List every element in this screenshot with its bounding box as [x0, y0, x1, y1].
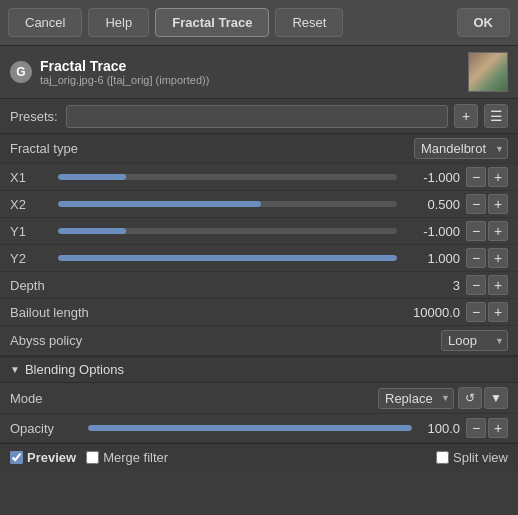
opacity-minus-button[interactable]: −	[466, 418, 486, 438]
param-plus-y2[interactable]: +	[488, 248, 508, 268]
param-row-y1: Y1 -1.000 − +	[0, 218, 518, 245]
preview-checkbox-label[interactable]: Preview	[10, 450, 76, 465]
split-view-text: Split view	[453, 450, 508, 465]
presets-add-button[interactable]: +	[454, 104, 478, 128]
param-fill-x2	[58, 201, 261, 207]
depth-controls: − +	[466, 275, 508, 295]
param-value-y2: 1.000	[405, 251, 460, 266]
abyss-row: Abyss policy Loop Smear Black	[0, 326, 518, 356]
image-thumbnail	[468, 52, 508, 92]
param-rows: X1 -1.000 − + X2 0.500 − + Y1 -	[0, 164, 518, 272]
mode-reset-button[interactable]: ↺	[458, 387, 482, 409]
presets-row: Presets: + ☰	[0, 99, 518, 134]
param-value-x1: -1.000	[405, 170, 460, 185]
opacity-controls: − +	[466, 418, 508, 438]
presets-select[interactable]	[66, 105, 448, 128]
param-slider-x1[interactable]	[58, 174, 397, 180]
param-fill-y2	[58, 255, 397, 261]
param-fill-x1	[58, 174, 126, 180]
mode-select[interactable]: Replace Normal Multiply	[378, 388, 454, 409]
mode-options-button[interactable]: ▼	[484, 387, 508, 409]
abyss-select-wrap: Loop Smear Black	[441, 330, 508, 351]
plugin-icon: G	[10, 61, 32, 83]
fractal-type-select[interactable]: Mandelbrot Julia	[414, 138, 508, 159]
depth-label: Depth	[10, 278, 120, 293]
param-minus-x1[interactable]: −	[466, 167, 486, 187]
preview-label: Preview	[27, 450, 76, 465]
param-label-x1: X1	[10, 170, 50, 185]
abyss-label: Abyss policy	[10, 333, 226, 348]
opacity-plus-button[interactable]: +	[488, 418, 508, 438]
opacity-row: Opacity 100.0 − +	[0, 414, 518, 443]
param-slider-y2[interactable]	[58, 255, 397, 261]
opacity-label: Opacity	[10, 421, 80, 436]
blending-options-title: Blending Options	[25, 362, 124, 377]
help-button[interactable]: Help	[88, 8, 149, 37]
param-controls-y1: − +	[466, 221, 508, 241]
plugin-header: G Fractal Trace taj_orig.jpg-6 ([taj_ori…	[0, 46, 518, 99]
param-value-y1: -1.000	[405, 224, 460, 239]
opacity-slider-fill	[88, 425, 412, 431]
bailout-plus-button[interactable]: +	[488, 302, 508, 322]
mode-row: Mode Replace Normal Multiply ↺ ▼	[0, 383, 518, 414]
merge-filter-label[interactable]: Merge filter	[86, 450, 168, 465]
bailout-value: 10000.0	[120, 305, 460, 320]
toolbar: Cancel Help Fractal Trace Reset OK	[0, 0, 518, 46]
param-row-y2: Y2 1.000 − +	[0, 245, 518, 272]
depth-minus-button[interactable]: −	[466, 275, 486, 295]
menu-icon: ☰	[490, 108, 503, 124]
preview-checkbox[interactable]	[10, 451, 23, 464]
param-slider-x2[interactable]	[58, 201, 397, 207]
param-label-y2: Y2	[10, 251, 50, 266]
param-plus-x2[interactable]: +	[488, 194, 508, 214]
opacity-slider-bar[interactable]	[88, 425, 412, 431]
param-minus-y1[interactable]: −	[466, 221, 486, 241]
fractal-trace-button[interactable]: Fractal Trace	[155, 8, 269, 37]
param-value-x2: 0.500	[405, 197, 460, 212]
fractal-type-select-wrap: Mandelbrot Julia	[414, 138, 508, 159]
ok-button[interactable]: OK	[457, 8, 511, 37]
bailout-row: Bailout length 10000.0 − +	[0, 299, 518, 326]
merge-filter-checkbox[interactable]	[86, 451, 99, 464]
param-minus-x2[interactable]: −	[466, 194, 486, 214]
param-controls-x2: − +	[466, 194, 508, 214]
reset-button[interactable]: Reset	[275, 8, 343, 37]
plugin-title: Fractal Trace	[40, 58, 460, 74]
merge-filter-text: Merge filter	[103, 450, 168, 465]
opacity-value: 100.0	[420, 421, 460, 436]
param-plus-y1[interactable]: +	[488, 221, 508, 241]
mode-label: Mode	[10, 391, 80, 406]
mode-select-wrap: Replace Normal Multiply	[378, 388, 454, 409]
depth-value: 3	[120, 278, 460, 293]
param-label-y1: Y1	[10, 224, 50, 239]
depth-row: Depth 3 − +	[0, 272, 518, 299]
presets-menu-button[interactable]: ☰	[484, 104, 508, 128]
cancel-button[interactable]: Cancel	[8, 8, 82, 37]
bailout-controls: − +	[466, 302, 508, 322]
fractal-type-row: Fractal type Mandelbrot Julia	[0, 134, 518, 164]
abyss-select[interactable]: Loop Smear Black	[441, 330, 508, 351]
presets-label: Presets:	[10, 109, 60, 124]
param-controls-x1: − +	[466, 167, 508, 187]
param-minus-y2[interactable]: −	[466, 248, 486, 268]
blending-options-section-header[interactable]: ▼ Blending Options	[0, 356, 518, 383]
plugin-info: Fractal Trace taj_orig.jpg-6 ([taj_orig]…	[40, 58, 460, 86]
param-label-x2: X2	[10, 197, 50, 212]
param-slider-y1[interactable]	[58, 228, 397, 234]
depth-plus-button[interactable]: +	[488, 275, 508, 295]
bailout-label: Bailout length	[10, 305, 120, 320]
param-row-x2: X2 0.500 − +	[0, 191, 518, 218]
options-icon: ▼	[490, 391, 502, 405]
bailout-minus-button[interactable]: −	[466, 302, 486, 322]
split-view-checkbox[interactable]	[436, 451, 449, 464]
reset-icon: ↺	[465, 391, 475, 405]
fractal-type-label: Fractal type	[10, 141, 414, 156]
plugin-subtitle: taj_orig.jpg-6 ([taj_orig] (imported))	[40, 74, 460, 86]
split-view-label[interactable]: Split view	[436, 450, 508, 465]
param-plus-x1[interactable]: +	[488, 167, 508, 187]
param-fill-y1	[58, 228, 126, 234]
param-controls-y2: − +	[466, 248, 508, 268]
footer: Preview Merge filter Split view	[0, 443, 518, 471]
param-row-x1: X1 -1.000 − +	[0, 164, 518, 191]
section-toggle-icon: ▼	[10, 364, 20, 375]
